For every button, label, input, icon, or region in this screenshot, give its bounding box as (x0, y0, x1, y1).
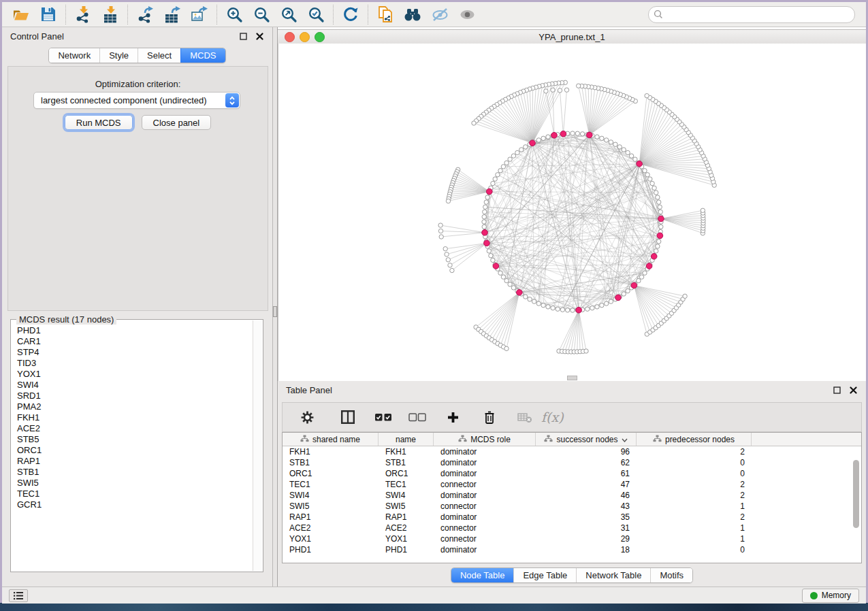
show-column-panel-button[interactable] (334, 406, 361, 429)
tab-node-table[interactable]: Node Table (451, 568, 514, 582)
cell-name[interactable]: FKH1 (379, 446, 434, 457)
tab-network[interactable]: Network (49, 48, 99, 63)
network-node[interactable] (504, 161, 509, 165)
cell-MCDS-role[interactable]: connector (434, 523, 536, 533)
mcds-list-item[interactable]: CAR1 (17, 336, 253, 347)
network-node[interactable] (556, 307, 560, 311)
network-node[interactable] (595, 305, 599, 309)
network-node[interactable] (622, 148, 626, 152)
network-leaf-node[interactable] (472, 121, 476, 125)
mcds-hub-node[interactable] (487, 188, 493, 195)
network-search-box[interactable] (648, 6, 855, 23)
network-node[interactable] (541, 303, 545, 308)
cell-MCDS-role[interactable]: connector (434, 533, 536, 544)
cell-name[interactable]: STB1 (379, 457, 434, 468)
network-node[interactable] (657, 240, 661, 244)
network-node[interactable] (491, 181, 495, 185)
export-image-button[interactable] (186, 4, 213, 25)
network-node[interactable] (605, 138, 609, 142)
cell-MCDS-role[interactable]: dominator (434, 468, 536, 479)
function-builder-button[interactable]: f(x) (541, 410, 564, 425)
table-row[interactable]: STB1STB1dominator620 (283, 457, 861, 468)
delete-column-button[interactable] (476, 406, 503, 429)
tab-motifs[interactable]: Motifs (650, 568, 692, 582)
mcds-hub-node[interactable] (587, 132, 593, 138)
network-leaf-node[interactable] (683, 294, 687, 298)
tab-mcds[interactable]: MCDS (180, 48, 225, 63)
table-row[interactable]: SWI4SWI4dominator462 (283, 490, 861, 501)
criterion-select[interactable]: largest connected component (undirected) (33, 92, 240, 109)
mcds-hub-node[interactable] (658, 216, 664, 222)
network-node[interactable] (648, 177, 652, 181)
network-leaf-node[interactable] (584, 349, 588, 353)
mcds-list-item[interactable]: STB5 (17, 434, 253, 445)
network-node[interactable] (656, 195, 660, 199)
column-header-successor-nodes[interactable]: successor nodes (536, 433, 637, 446)
mcds-hub-node[interactable] (657, 233, 663, 239)
cell-predecessor-nodes[interactable]: 0 (637, 468, 752, 479)
cell-shared-name[interactable]: STB1 (283, 457, 379, 468)
network-leaf-node[interactable] (443, 247, 447, 251)
table-row[interactable]: SWI5SWI5connector431 (283, 501, 861, 512)
cell-predecessor-nodes[interactable]: 2 (637, 446, 752, 457)
refresh-view-button[interactable] (337, 4, 364, 25)
network-scroll-grip[interactable] (567, 376, 577, 380)
mcds-hub-node[interactable] (493, 263, 499, 269)
panel-splitter[interactable] (272, 27, 278, 587)
mcds-list-item[interactable]: PHD1 (17, 325, 253, 336)
network-node[interactable] (658, 210, 662, 214)
network-node[interactable] (546, 305, 550, 309)
cell-name[interactable]: RAP1 (379, 512, 434, 523)
network-leaf-node[interactable] (564, 88, 568, 92)
network-node[interactable] (541, 136, 545, 140)
open-file-button[interactable] (7, 4, 35, 25)
network-node[interactable] (626, 288, 630, 293)
column-header-predecessor-nodes[interactable]: predecessor nodes (637, 433, 752, 446)
network-graph[interactable] (278, 44, 867, 381)
network-leaf-node[interactable] (445, 252, 449, 257)
mcds-list-item[interactable]: STP4 (17, 347, 253, 358)
network-node[interactable] (482, 225, 486, 229)
cell-successor-nodes[interactable]: 29 (536, 533, 637, 544)
mcds-hub-node[interactable] (560, 131, 566, 137)
network-node[interactable] (609, 140, 613, 144)
network-node[interactable] (643, 271, 647, 275)
float-panel-button[interactable] (239, 32, 248, 41)
network-node[interactable] (524, 145, 528, 149)
network-node[interactable] (487, 249, 491, 253)
network-leaf-node[interactable] (558, 88, 562, 93)
close-panel-button[interactable] (255, 32, 264, 41)
network-node[interactable] (551, 306, 555, 310)
import-table-button[interactable] (97, 4, 124, 25)
mcds-list-item[interactable]: TID3 (17, 358, 253, 369)
network-node[interactable] (575, 131, 579, 135)
cell-MCDS-role[interactable]: dominator (434, 512, 536, 523)
tab-network-table[interactable]: Network Table (576, 568, 650, 582)
node-table[interactable]: shared namenameMCDS rolesuccessor nodesp… (282, 432, 862, 563)
zoom-fit-button[interactable] (275, 4, 302, 25)
cell-MCDS-role[interactable]: connector (434, 479, 536, 490)
network-leaf-node[interactable] (438, 223, 443, 227)
cell-MCDS-role[interactable]: connector (434, 501, 536, 512)
network-node[interactable] (519, 148, 524, 152)
cell-predecessor-nodes[interactable]: 2 (637, 479, 752, 490)
run-mcds-button[interactable]: Run MCDS (65, 115, 133, 130)
table-row[interactable]: FKH1FKH1dominator962 (283, 446, 861, 457)
network-leaf-node[interactable] (446, 258, 450, 262)
column-header-name[interactable]: name (379, 433, 434, 446)
delete-table-button[interactable] (511, 406, 539, 429)
cell-MCDS-role[interactable]: dominator (434, 457, 536, 468)
tab-edge-table[interactable]: Edge Table (513, 568, 576, 582)
mcds-hub-node[interactable] (530, 140, 536, 146)
network-node[interactable] (498, 271, 502, 275)
network-node[interactable] (484, 200, 488, 204)
cell-predecessor-nodes[interactable]: 2 (637, 512, 752, 523)
network-node[interactable] (504, 278, 509, 282)
network-node[interactable] (483, 205, 487, 209)
network-node[interactable] (650, 181, 654, 185)
copy-network-view-button[interactable] (372, 4, 399, 25)
network-node[interactable] (524, 295, 528, 299)
network-leaf-node[interactable] (551, 88, 555, 92)
mcds-hub-node[interactable] (517, 290, 523, 296)
cell-predecessor-nodes[interactable]: 1 (637, 533, 752, 544)
